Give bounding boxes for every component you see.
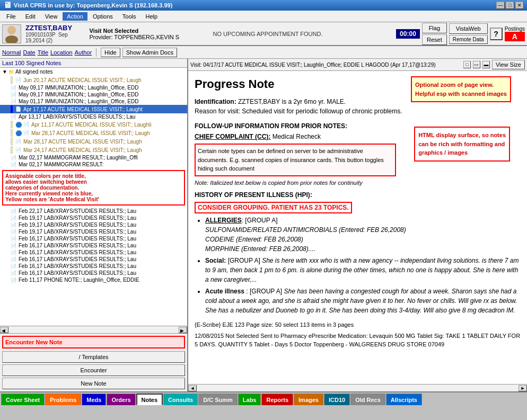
menu-action[interactable]: Action <box>63 12 87 21</box>
close-button[interactable]: ✕ <box>515 2 524 9</box>
allergies-item: ALLERGIES: [GROUP A] SULFONAMIDE/RELATED… <box>205 216 521 254</box>
reset-button[interactable]: Reset <box>422 34 447 45</box>
note-item[interactable]: 📄 May 01,17 IMMUNIZATION:; Laughlin_Offi… <box>0 98 187 105</box>
tab-icd10[interactable]: ICD10 <box>324 394 350 405</box>
remote-data-button[interactable]: Remote Data <box>449 35 488 44</box>
encounter-button[interactable]: Encounter <box>2 364 185 376</box>
notes-header: Last 100 Signed Notes <box>0 59 187 68</box>
note-color-yellow <box>11 76 13 84</box>
note-item[interactable]: 📄 Feb 19,17 LAB/XRAYS/STUDIES RESULTS:; … <box>0 228 187 235</box>
note-item[interactable]: 📄 Jun 20,17 ACUTE MEDICAL ISSUE VISIT:; … <box>0 76 187 84</box>
note-item[interactable]: 📄 Feb 19,17 LAB/XRAYS/STUDIES RESULTS:; … <box>0 215 187 221</box>
note-item[interactable]: 📄 Feb 19,17 LAB/XRAYS/STUDIES RESULTS:; … <box>0 221 187 228</box>
note-item[interactable]: 📄 Feb 16,17 LAB/XRAYS/STUDIES RESULTS:; … <box>0 270 187 276</box>
size-large-icon[interactable]: ▬ <box>482 61 490 68</box>
toolbar-title[interactable]: Title <box>38 49 48 56</box>
window-controls: — □ ✕ <box>496 2 524 9</box>
minimize-button[interactable]: — <box>496 2 505 9</box>
toolbar-normal[interactable]: Normal <box>2 49 21 56</box>
title-bar-text: 🖥 VistA CPRS in use by: Toppenberg,Kevin… <box>3 1 172 10</box>
toolbar-location[interactable]: Location <box>50 49 73 56</box>
tab-problems[interactable]: Problems <box>45 394 81 405</box>
note-item[interactable]: 📄 Apr 13,17 LAB/XRAYS/STUDIES RESULTS:; … <box>0 113 187 120</box>
flag-button[interactable]: Flag <box>422 23 447 33</box>
note-item[interactable]: 📄 Mar 24,17 ACUTE MEDICAL ISSUE VISIT:; … <box>0 146 187 154</box>
toolbar-separator <box>96 48 96 57</box>
menu-edit[interactable]: Edit <box>21 12 40 21</box>
size-medium-icon[interactable]: ▭ <box>473 61 480 68</box>
note-item[interactable]: 📄 Mar 28,17 ACUTE MEDICAL ISSUE VISIT:; … <box>0 137 187 146</box>
menu-view[interactable]: View <box>41 12 62 21</box>
horizontal-scrollbar[interactable]: ◄ ► <box>0 326 187 333</box>
content-scroll-right[interactable]: ► <box>519 385 527 391</box>
note-file-icon: 📄 <box>11 257 17 262</box>
reason-text: Reason for visit: Scheduled visit for pe… <box>195 106 521 116</box>
tab-notes[interactable]: Notes <box>136 394 163 405</box>
note-file-icon: 📄 <box>15 147 22 153</box>
note-file-icon: 📄 <box>23 122 30 127</box>
maximize-button[interactable]: □ <box>506 2 514 9</box>
title-bar: 🖥 VistA CPRS in use by: Toppenberg,Kevin… <box>0 0 527 11</box>
scroll-left-btn[interactable]: ◄ <box>0 327 8 333</box>
content-scroll-left[interactable]: ◄ <box>188 385 197 391</box>
tab-labs[interactable]: Labs <box>238 394 261 405</box>
note-item[interactable]: 📄 Feb 11,17 PHONE NOTE:; Laughlin_Office… <box>0 276 187 283</box>
size-small-icon[interactable]: □ <box>463 61 471 68</box>
note-item[interactable]: 📄 Feb 16,17 LAB/XRAYS/STUDIES RESULTS:; … <box>0 263 187 270</box>
help-button[interactable]: ? <box>490 28 503 40</box>
social-item: Social: [GROUP A] She is here with xxx w… <box>205 256 521 284</box>
note-item[interactable]: 🔵 📄 Mar 28,17 ACUTE MEDICAL ISSUE VISIT:… <box>0 129 187 137</box>
tab-images[interactable]: Images <box>294 394 323 405</box>
tab-allscripts[interactable]: Allscripts <box>386 394 422 405</box>
note-file-icon: 📄 <box>11 162 17 167</box>
note-item[interactable]: 📄 May 09,17 IMMUNIZATION:; Laughlin_Offi… <box>0 91 187 98</box>
note-color-blue <box>11 105 13 113</box>
note-file-icon: 📄 <box>15 106 22 112</box>
menu-options[interactable]: Options <box>89 12 117 21</box>
templates-button[interactable]: / Templates <box>2 351 185 363</box>
scroll-right-btn[interactable]: ► <box>179 327 187 333</box>
admin-doc-note: Certain note types can be defined on ser… <box>195 144 396 176</box>
tab-cover-sheet[interactable]: Cover Sheet <box>1 394 45 405</box>
note-item[interactable]: 📄 Feb 16,17 LAB/XRAYS/STUDIES RESULTS:; … <box>0 235 187 242</box>
tree-root[interactable]: ▼ 📁 All signed notes <box>0 68 187 76</box>
note-content-header: Visit: 04/17/17 ACUTE MEDICAL ISSUE VISI… <box>188 59 527 71</box>
tab-consults[interactable]: Consults <box>163 394 198 405</box>
header-buttons: 00:00 Flag Reset VistaWeb Remote Data ? … <box>396 23 525 45</box>
new-note-button[interactable]: New Note <box>2 378 185 389</box>
admin-callout: HTML display surface, so notescan be ric… <box>414 127 510 162</box>
postings: Postings A <box>505 26 525 41</box>
menu-file[interactable]: File <box>2 12 20 21</box>
note-item[interactable]: 📄 Mar 02,17 MAMMOGRAM RESULT:; Laughlin_… <box>0 154 187 161</box>
tab-dc-summ[interactable]: D/C Summ <box>198 394 238 405</box>
note-item[interactable]: 📄 Feb 16,17 LAB/XRAYS/STUDIES RESULTS:; … <box>0 256 187 263</box>
note-item[interactable]: 📄 Feb 16,17 LAB/XRAYS/STUDIES RESULTS:; … <box>0 242 187 249</box>
notes-tree[interactable]: ▼ 📁 All signed notes 📄 Jun 20,17 ACUTE M… <box>0 68 187 326</box>
note-file-icon: 📄 <box>15 77 22 83</box>
bottom-buttons: Encounter New Note / Templates Encounter… <box>0 333 187 391</box>
vistaweb-button[interactable]: VistaWeb <box>449 23 488 34</box>
menu-help[interactable]: Help <box>142 12 162 21</box>
note-item[interactable]: 📄 Mar 02,17 MAMMOGRAM RESULT: <box>0 161 187 168</box>
toolbar-date[interactable]: Date <box>23 49 35 56</box>
toolbar-author[interactable]: Author <box>75 49 92 56</box>
note-item[interactable]: 📄 Feb 16,17 LAB/XRAYS/STUDIES RESULTS:; … <box>0 249 187 256</box>
show-admin-button[interactable]: Show Admin Docs <box>122 48 177 57</box>
zoom-callout: Optional zoom of page view. Helpful esp … <box>411 76 511 102</box>
note-item[interactable]: 🔵 📄 Apr 11,17 ACUTE MEDICAL ISSUE VISIT:… <box>0 120 187 129</box>
hide-button[interactable]: Hide <box>101 48 120 57</box>
tab-old-recs[interactable]: Old Recs <box>350 394 385 405</box>
patient-header: ZZTEST,BABY 109010103P Sep 19,2014 (2) V… <box>0 22 527 46</box>
tab-orders[interactable]: Orders <box>107 394 135 405</box>
note-item[interactable]: 📄 May 09,17 IMMUNIZATION:; Laughlin_Offi… <box>0 84 187 91</box>
tab-reports[interactable]: Reports <box>261 394 293 405</box>
note-item-selected[interactable]: 📄 Apr 17,17 ACUTE MEDICAL ISSUE VISIT:; … <box>0 105 187 113</box>
escribe-text: {E-Scribe} EJE 123 Page size: 50 select … <box>195 320 521 329</box>
visit-info: Visit Not Selected Provider: TOPPENBERG,… <box>90 28 209 40</box>
tab-meds[interactable]: Meds <box>82 394 106 405</box>
note-italic: Note: Italicized text below is copied fr… <box>195 178 521 187</box>
content-h-scrollbar[interactable]: ◄ ► <box>188 384 527 391</box>
view-size-button[interactable]: View Size <box>492 60 525 69</box>
menu-tools[interactable]: Tools <box>118 12 140 21</box>
note-item[interactable]: 📄 Feb 22,17 LAB/XRAYS/STUDIES RESULTS:; … <box>0 208 187 215</box>
